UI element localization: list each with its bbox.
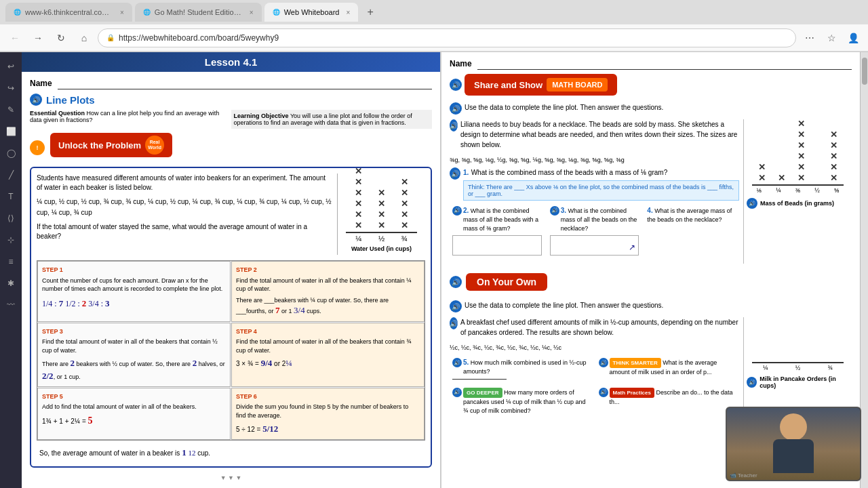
tool-text[interactable]: T: [2, 188, 20, 205]
q1-audio[interactable]: 🔊: [450, 167, 460, 180]
step-5-cell: STEP 5 Add to find the total amount of w…: [37, 388, 231, 440]
threeeighth-column: ✕ ✕ ✕ ✕ ✕ ✕: [797, 119, 805, 183]
bead-plot-audio[interactable]: 🔊: [747, 198, 757, 209]
milk-plot-audio[interactable]: 🔊: [747, 377, 757, 388]
bookmark-button[interactable]: ☆: [822, 28, 841, 47]
oyo-instruction-audio[interactable]: 🔊: [450, 300, 462, 312]
q6-audio[interactable]: 🔊: [599, 358, 608, 367]
x-mark: ✕: [797, 173, 805, 183]
bead-axis-labels: ⅛ ¼ ⅜ ½ ⅝: [747, 186, 849, 195]
q2-audio[interactable]: 🔊: [452, 206, 462, 216]
tab-whiteboard[interactable]: 🌐 Web Whiteboard ×: [264, 3, 359, 22]
x-mark: ✕: [378, 188, 385, 198]
step-6-cell: STEP 6 Divide the sum you found in Step …: [231, 388, 425, 440]
q5-cell: 🔊 5. How much milk combined is used in ½…: [450, 355, 593, 382]
oyo-instruction-row: 🔊 Use the data to complete the line plot…: [450, 300, 852, 314]
person-body: [773, 439, 814, 473]
share-show-button[interactable]: Share and Show MATH BOARD: [465, 74, 617, 96]
refresh-button[interactable]: ↻: [52, 28, 71, 47]
quarter-column: ✕ ✕ ✕ ✕ ✕ ✕: [355, 166, 362, 230]
person-head: [780, 413, 807, 441]
milk-line-plot: ¼ ½ ¾ 🔊 Milk in Pancake Orders (in cups): [743, 317, 852, 418]
x-mark: ✕: [401, 177, 408, 187]
q8-audio[interactable]: 🔊: [599, 388, 608, 397]
tab-bar: 🌐 www-k6.thinkcentral.com/dash... × 🌐 Go…: [0, 0, 868, 24]
instruction-row: 🔊 Use the data to complete the line plot…: [450, 102, 852, 117]
right-name-underline: [477, 58, 852, 70]
x-mark: ✕: [797, 129, 805, 140]
video-overlay: 📹 Teacher: [726, 407, 860, 481]
nav-icons: ⋯ ☆ 👤: [800, 28, 863, 47]
milk-plot-label-row: 🔊 Milk in Pancake Orders (in cups): [747, 375, 849, 389]
objective-block: Essential Question How can a line plot h…: [30, 110, 432, 129]
q2-cell: 🔊 2. What is the combined mass of all th…: [450, 203, 545, 258]
tool-rect[interactable]: ⬜: [2, 123, 20, 140]
tool-select[interactable]: ⟨⟩: [2, 209, 20, 227]
new-tab-button[interactable]: +: [361, 3, 380, 22]
oyo-audio[interactable]: 🔊: [450, 276, 462, 288]
tab-close-whiteboard[interactable]: ×: [346, 9, 350, 16]
forward-button[interactable]: →: [28, 28, 47, 47]
tool-stamp[interactable]: ⊹: [2, 231, 20, 249]
unlock-banner: Unlock the Problem RealWorld: [50, 133, 172, 157]
milk-x-marks: [747, 320, 849, 361]
on-your-own-row: 🔊 On Your Own: [450, 268, 852, 296]
name-underline: [58, 77, 432, 89]
q1-row: 🔊 1. What is the combined mass of the be…: [450, 167, 739, 201]
q5-answer-line: [452, 379, 507, 380]
home-button[interactable]: ⌂: [75, 28, 94, 47]
tab-close-thinkcentral[interactable]: ×: [120, 9, 124, 16]
problem-audio[interactable]: 🔊: [450, 119, 458, 131]
problem-box: Students have measured different amounts…: [30, 167, 432, 468]
bead-plot-label: Mass of Beads (in grams): [760, 200, 834, 207]
tool-list[interactable]: ≡: [2, 253, 20, 270]
tool-undo[interactable]: ↩: [2, 58, 20, 75]
step6-detail: 5 ÷ 12 = 5/12: [236, 423, 420, 435]
tab-gomath[interactable]: 🌐 Go Math! Student Edition eBo... ×: [135, 3, 262, 22]
tab-close-gomath[interactable]: ×: [250, 9, 254, 16]
scrollbar-thumb[interactable]: [862, 58, 867, 85]
steps-grid: STEP 1 Count the number of cups for each…: [37, 260, 425, 441]
tab-thinkcentral[interactable]: 🌐 www-k6.thinkcentral.com/dash... ×: [5, 3, 132, 22]
x-mark: ✕: [797, 140, 805, 150]
oyo-problem-row: 🔊 A breakfast chef used different amount…: [450, 317, 739, 342]
oyo-layout: 🔊 A breakfast chef used different amount…: [450, 317, 852, 418]
x-mark: ✕: [378, 199, 385, 209]
q5-audio[interactable]: 🔊: [452, 358, 462, 367]
x-mark: ✕: [830, 151, 837, 161]
extensions-button[interactable]: ⋯: [800, 28, 819, 47]
real-world-badge: RealWorld: [145, 136, 164, 155]
scroll-indicator: ▼ ▼ ▼: [30, 473, 432, 483]
address-bar[interactable]: 🔒 https://webwhiteboard.com/board/5weywh…: [98, 28, 796, 47]
share-show-audio-icon[interactable]: 🔊: [450, 79, 462, 91]
instruction-audio[interactable]: 🔊: [450, 102, 462, 115]
problem-intro-row: 🔊 Liliana needs to buy beads for a neckl…: [450, 119, 739, 154]
think-box: Think: There are ___ Xs above ⅛ on the l…: [463, 180, 739, 201]
tool-redo[interactable]: ↪: [2, 79, 20, 97]
math-board-badge: MATH BOARD: [547, 78, 608, 92]
step2-detail: There are ___beakers with ¼ cup of water…: [236, 296, 420, 317]
x-mark: ✕: [830, 162, 837, 172]
tool-wave[interactable]: 〰: [2, 296, 20, 314]
step3-detail: There are 2 beakers with ½ cup of water.…: [42, 357, 226, 382]
step-3-cell: STEP 3 Find the total amount of water in…: [37, 323, 231, 387]
video-person: 📹 Teacher: [727, 408, 860, 480]
half-column: ✕ ✕ ✕ ✕: [378, 188, 385, 230]
tool-pen[interactable]: ✎: [2, 101, 20, 119]
left-textbook-page: Lesson 4.1 Name 🔊 Line Plots Essential Q…: [22, 52, 441, 488]
problem-layout: Students have measured different amounts…: [37, 174, 425, 255]
plot-axis-line: [346, 232, 417, 233]
x-mark: ✕: [830, 173, 837, 183]
x-mark: ✕: [401, 209, 408, 220]
profile-button[interactable]: 👤: [844, 28, 863, 47]
back-button[interactable]: ←: [5, 28, 24, 47]
q7-audio[interactable]: 🔊: [452, 388, 462, 397]
q3-audio[interactable]: 🔊: [550, 206, 559, 216]
tool-line[interactable]: ╱: [2, 166, 20, 184]
name-row: Name: [30, 77, 432, 89]
tool-star[interactable]: ✱: [2, 274, 20, 292]
oyo-problem-audio[interactable]: 🔊: [450, 317, 458, 329]
threequarter-column: ✕ ✕ ✕ ✕ ✕: [401, 177, 408, 230]
x-mark: ✕: [797, 151, 805, 161]
tool-circle[interactable]: ◯: [2, 144, 20, 162]
